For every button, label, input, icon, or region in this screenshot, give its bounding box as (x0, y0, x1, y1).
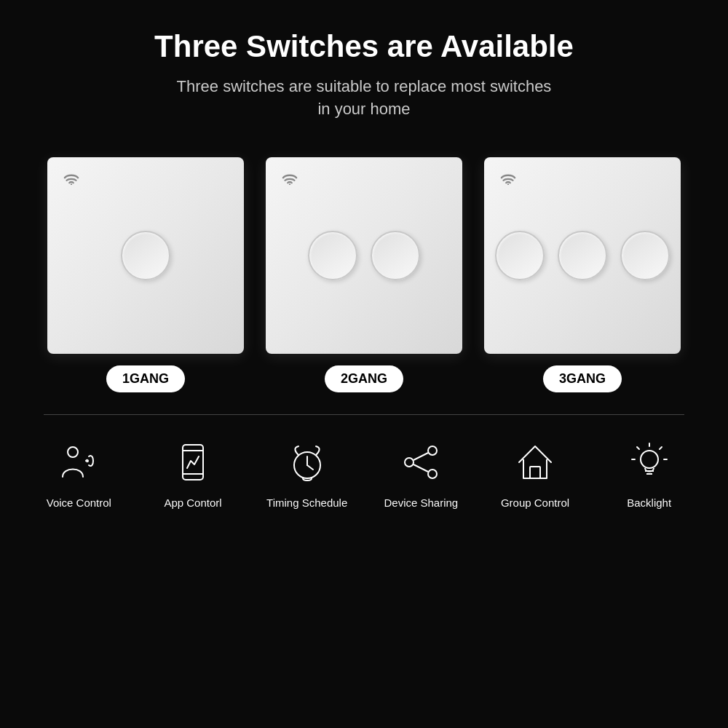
button-1 (121, 231, 170, 280)
svg-point-1 (289, 183, 290, 185)
svg-line-21 (637, 447, 639, 449)
wifi-icon-2gang (282, 173, 298, 188)
buttons-area-2gang (308, 231, 420, 280)
svg-point-3 (68, 447, 78, 457)
backlight-icon (624, 437, 675, 488)
svg-point-12 (428, 470, 437, 478)
button-1 (308, 231, 357, 280)
group-control-label: Group Control (501, 496, 569, 509)
svg-line-9 (307, 465, 313, 470)
switch-3gang: 3GANG (484, 157, 681, 392)
app-control-icon (167, 437, 218, 488)
button-3 (620, 231, 670, 280)
feature-device-sharing: Device Sharing (364, 437, 478, 509)
page-subtitle: Three switches are suitable to replace m… (154, 76, 574, 121)
voice-control-label: Voice Control (47, 496, 111, 509)
features-container: Voice Control App Contorl (0, 437, 728, 509)
switch-panel-3gang (484, 157, 681, 354)
svg-line-13 (414, 453, 428, 460)
svg-rect-15 (530, 467, 540, 478)
backlight-label: Backlight (627, 496, 671, 509)
buttons-area-1gang (121, 231, 170, 280)
svg-point-11 (405, 458, 414, 467)
buttons-area-3gang (495, 231, 670, 280)
gang-label-3: 3GANG (543, 365, 622, 392)
feature-timing-schedule: Timing Schedule (250, 437, 364, 509)
divider (44, 414, 684, 415)
switch-1gang: 1GANG (47, 157, 244, 392)
timing-schedule-label: Timing Schedule (266, 496, 347, 509)
app-control-label: App Contorl (164, 496, 221, 509)
switch-panel-1gang (47, 157, 244, 354)
switch-panel-2gang (266, 157, 462, 354)
switch-2gang: 2GANG (266, 157, 462, 392)
button-2 (371, 231, 420, 280)
page-header: Three Switches are Available Three switc… (140, 0, 588, 135)
switches-container: 1GANG 2GANG (47, 157, 681, 392)
wifi-icon-3gang (500, 173, 516, 188)
group-control-icon (510, 437, 561, 488)
button-2 (558, 231, 607, 280)
timing-schedule-icon (282, 437, 333, 488)
svg-point-2 (507, 183, 509, 185)
svg-line-14 (414, 464, 428, 472)
page-title: Three Switches are Available (154, 29, 574, 64)
svg-point-10 (428, 446, 437, 455)
feature-voice-control: Voice Control (22, 437, 136, 509)
feature-app-control: App Contorl (136, 437, 250, 509)
voice-control-icon (53, 437, 104, 488)
device-sharing-label: Device Sharing (384, 496, 458, 509)
gang-label-2: 2GANG (325, 365, 403, 392)
svg-point-16 (641, 451, 658, 468)
feature-group-control: Group Control (478, 437, 593, 509)
device-sharing-icon (395, 437, 446, 488)
button-1 (495, 231, 545, 280)
gang-label-1: 1GANG (106, 365, 185, 392)
svg-line-20 (660, 447, 662, 449)
wifi-icon-1gang (63, 173, 79, 188)
feature-backlight: Backlight (592, 437, 706, 509)
svg-point-0 (71, 183, 72, 185)
